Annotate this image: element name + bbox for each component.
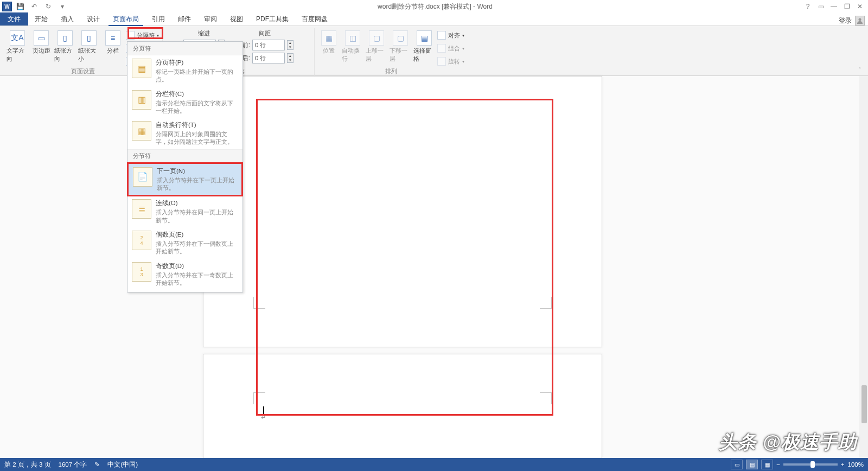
page-break-icon: ▤ xyxy=(132,59,151,78)
watermark-text: 头条 @极速手助 xyxy=(719,430,857,455)
tab-home[interactable]: 开始 xyxy=(28,12,54,26)
spacing-after-spinner[interactable]: ▴▾ xyxy=(287,53,293,63)
status-proofing-icon[interactable]: ✎ xyxy=(94,461,100,468)
dropdown-section-page-breaks: 分页符 xyxy=(127,42,242,55)
zoom-level[interactable]: 100% xyxy=(848,461,864,468)
qat-undo-button[interactable]: ↶ xyxy=(28,1,40,12)
column-break-icon: ▥ xyxy=(132,90,151,110)
qat-redo-button[interactable]: ↻ xyxy=(42,1,54,12)
margins-button[interactable]: ▭页边距 xyxy=(30,28,52,55)
tab-view[interactable]: 视图 xyxy=(224,12,250,26)
document-page-1 xyxy=(203,76,602,347)
tab-insert[interactable]: 插入 xyxy=(54,12,80,26)
status-language[interactable]: 中文(中国) xyxy=(107,461,138,469)
breaks-dropdown-menu: 分页符 ▤ 分页符(P)标记一页终止并开始下一页的点。 ▥ 分栏符(C)指示分栏… xyxy=(127,41,243,292)
indent-label: 缩进 xyxy=(183,29,225,37)
menu-item-column-break[interactable]: ▥ 分栏符(C)指示分栏符后面的文字将从下一栏开始。 xyxy=(127,87,242,118)
zoom-out-button[interactable]: − xyxy=(776,461,780,468)
text-cursor xyxy=(263,406,264,414)
paragraph-mark-icon: ↵ xyxy=(261,414,266,421)
vertical-scrollbar[interactable] xyxy=(859,76,868,458)
zoom-slider[interactable] xyxy=(783,463,838,466)
even-page-break-icon: 24 xyxy=(132,231,151,250)
status-page-number[interactable]: 第 2 页，共 3 页 xyxy=(4,461,51,469)
tab-baidu[interactable]: 百度网盘 xyxy=(295,12,334,26)
breaks-button[interactable]: 分隔符▾ xyxy=(126,29,159,41)
text-direction-button[interactable]: 文A文字方向 xyxy=(7,28,28,63)
continuous-break-icon: ≣ xyxy=(132,199,151,219)
scrollbar-thumb[interactable] xyxy=(861,385,867,423)
position-button[interactable]: ▦位置 xyxy=(318,28,340,55)
svg-point-0 xyxy=(859,18,861,21)
rotate-button[interactable]: 旋转▾ xyxy=(437,55,464,67)
spacing-before-input[interactable]: 0 行 xyxy=(252,40,285,50)
ribbon-tabs: 文件 开始 插入 设计 页面布局 引用 邮件 审阅 视图 PDF工具集 百度网盘… xyxy=(0,13,868,26)
tab-pdf-tools[interactable]: PDF工具集 xyxy=(250,12,295,26)
group-objects-button[interactable]: 组合▾ xyxy=(437,42,464,54)
tab-page-layout[interactable]: 页面布局 xyxy=(106,12,145,26)
tab-references[interactable]: 引用 xyxy=(145,12,171,26)
window-title: word删除分节符.docx [兼容模式] - Word xyxy=(68,2,802,11)
word-app-icon: W xyxy=(2,2,12,11)
ribbon-display-button[interactable]: ▭ xyxy=(815,1,827,12)
document-page-2: ↵ xyxy=(203,354,602,462)
view-read-mode-button[interactable]: ▭ xyxy=(731,460,743,469)
wrap-text-button[interactable]: ◫自动换行 xyxy=(342,28,363,63)
title-bar: W 💾 ↶ ↻ ▾ word删除分节符.docx [兼容模式] - Word ?… xyxy=(0,0,868,13)
minimize-button[interactable]: — xyxy=(828,1,840,12)
status-bar: 第 2 页，共 3 页 1607 个字 ✎ 中文(中国) ▭ ▤ ▦ − + 1… xyxy=(0,458,868,471)
bring-forward-button[interactable]: ▢上移一层 xyxy=(366,28,387,63)
tab-mailings[interactable]: 邮件 xyxy=(171,12,197,26)
text-wrap-break-icon: ▦ xyxy=(132,121,151,141)
tab-file[interactable]: 文件 xyxy=(0,12,28,26)
odd-page-break-icon: 13 xyxy=(132,262,151,282)
size-button[interactable]: ▯纸张大小 xyxy=(78,28,100,63)
help-button[interactable]: ? xyxy=(802,1,814,12)
qat-customize-button[interactable]: ▾ xyxy=(56,1,68,12)
spacing-before-spinner[interactable]: ▴▾ xyxy=(287,40,293,50)
send-backward-button[interactable]: ▢下移一层 xyxy=(390,28,411,63)
group-label-arrange: 排列 xyxy=(385,67,397,76)
tab-design[interactable]: 设计 xyxy=(80,12,106,26)
spacing-label: 间距 xyxy=(235,29,293,37)
login-link[interactable]: 登录 xyxy=(839,16,852,26)
view-web-layout-button[interactable]: ▦ xyxy=(761,460,773,469)
dropdown-section-section-breaks: 分节符 xyxy=(127,149,242,163)
align-button[interactable]: 对齐▾ xyxy=(437,29,464,41)
menu-item-odd-page-section-break[interactable]: 13 奇数页(D)插入分节符并在下一奇数页上开始新节。 xyxy=(127,259,242,290)
columns-button[interactable]: ≡分栏 xyxy=(102,28,124,55)
spacing-after-input[interactable]: 0 行 xyxy=(252,53,285,63)
qat-save-button[interactable]: 💾 xyxy=(14,1,26,12)
orientation-button[interactable]: ▯纸张方向 xyxy=(54,28,76,63)
user-avatar-icon[interactable] xyxy=(855,16,865,26)
menu-item-text-wrapping-break[interactable]: ▦ 自动换行符(T)分隔网页上的对象周围的文字，如分隔题注文字与正文。 xyxy=(127,118,242,149)
menu-item-next-page-section-break[interactable]: 📄 下一页(N)插入分节符并在下一页上开始新节。 xyxy=(128,163,242,196)
next-page-break-icon: 📄 xyxy=(133,167,152,187)
collapse-ribbon-button[interactable]: ˆ xyxy=(855,67,865,74)
group-label-page-setup: 页面设置 xyxy=(71,67,95,76)
status-word-count[interactable]: 1607 个字 xyxy=(59,461,87,469)
menu-item-continuous-section-break[interactable]: ≣ 连续(O)插入分节符并在同一页上开始新节。 xyxy=(127,196,242,227)
zoom-in-button[interactable]: + xyxy=(841,461,845,468)
menu-item-even-page-section-break[interactable]: 24 偶数页(E)插入分节符并在下一偶数页上开始新节。 xyxy=(127,227,242,259)
menu-item-page-break[interactable]: ▤ 分页符(P)标记一页终止并开始下一页的点。 xyxy=(127,55,242,87)
view-print-layout-button[interactable]: ▤ xyxy=(746,460,758,469)
selection-pane-button[interactable]: ▤选择窗格 xyxy=(413,28,435,63)
close-button[interactable]: ✕ xyxy=(854,1,866,12)
tab-review[interactable]: 审阅 xyxy=(197,12,224,26)
restore-button[interactable]: ❐ xyxy=(841,1,853,12)
group-arrange: ▦位置 ◫自动换行 ▢上移一层 ▢下移一层 ▤选择窗格 对齐▾ 组合▾ 旋转▾ … xyxy=(315,28,468,76)
